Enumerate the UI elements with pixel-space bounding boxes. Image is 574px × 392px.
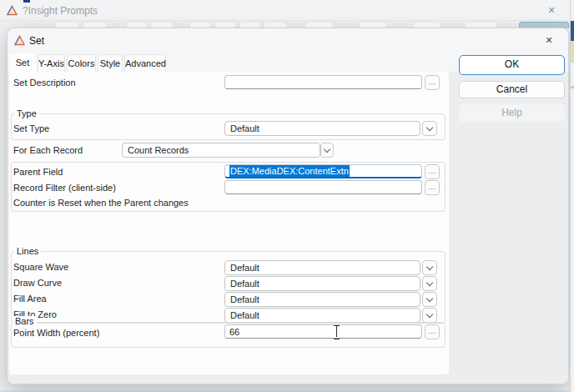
chevron-down-icon [426, 123, 433, 130]
fill-area-dropdown-button[interactable] [422, 292, 437, 307]
lines-group-legend: Lines [14, 246, 41, 256]
for-each-record-combo[interactable]: Count Records [122, 143, 320, 158]
dialog-icon [14, 35, 25, 46]
dialog-titlebar[interactable]: Set ✕ [8, 28, 568, 53]
right-edge-window-strip [570, 0, 574, 392]
dialog-title: Set [29, 35, 44, 47]
app-icon [7, 5, 18, 16]
draw-curve-combo[interactable]: Default [224, 276, 420, 291]
set-type-dropdown-button[interactable] [422, 121, 437, 136]
draw-curve-label: Draw Curve [13, 278, 62, 288]
square-wave-label: Square Wave [13, 262, 68, 272]
chevron-down-icon [426, 294, 433, 301]
record-filter-label: Record Filter (client-side) [13, 183, 116, 193]
dialog-close-icon[interactable]: ✕ [538, 32, 560, 48]
text-cursor-icon [333, 325, 340, 338]
counter-reset-note: Counter is Reset when the Parent changes [13, 198, 189, 208]
type-group-legend: Type [14, 108, 39, 118]
set-type-label: Set Type [13, 123, 49, 133]
chevron-down-icon [426, 263, 433, 269]
fill-to-zero-combo[interactable]: Default [224, 308, 420, 323]
edge-blue-segment [571, 21, 574, 41]
help-button[interactable]: Help [459, 104, 565, 122]
tab-colors[interactable]: Colors [67, 54, 96, 72]
set-description-input[interactable] [224, 75, 422, 89]
set-type-combo[interactable]: Default [224, 121, 420, 136]
point-width-more-button[interactable]: … [425, 324, 440, 339]
set-dialog: Set ✕ Set Y-Axis Colors Style Advanced S… [7, 28, 569, 384]
for-each-record-label: For Each Record [13, 145, 83, 155]
fill-area-label: Fill Area [13, 294, 47, 304]
bars-group-legend: Bars [13, 316, 37, 326]
square-wave-combo[interactable]: Default [224, 260, 420, 275]
record-filter-more-button[interactable]: … [425, 180, 440, 195]
tab-advanced[interactable]: Advanced [124, 54, 166, 72]
parent-field-more-button[interactable]: … [425, 164, 440, 179]
edge-tan-segment [571, 41, 574, 63]
parent-field-input[interactable]: DEX:MediaDEX:ContentExtn [224, 164, 422, 178]
tab-content-panel: Set Description … Type Set Type Default … [9, 72, 449, 374]
fill-to-zero-dropdown-button[interactable] [422, 308, 437, 323]
background-window-titlebar[interactable]: ?Insight Prompts ✕ [0, 0, 574, 21]
screen: ?Insight Prompts ✕ [0, 0, 574, 392]
chevron-down-icon [426, 310, 433, 317]
background-window-title: ?Insight Prompts [23, 5, 98, 17]
tab-set[interactable]: Set [9, 53, 36, 72]
selected-text: DEX:MediaDEX:ContentExtn [229, 165, 350, 177]
set-description-more-button[interactable]: … [425, 75, 440, 90]
ok-button[interactable]: OK [459, 55, 565, 75]
set-description-label: Set Description [13, 78, 76, 88]
point-width-input[interactable] [224, 324, 422, 339]
point-width-label: Point Width (percent) [13, 328, 99, 338]
square-wave-dropdown-button[interactable] [422, 260, 437, 275]
for-each-record-dropdown-button[interactable] [320, 143, 334, 158]
edge-dash [571, 86, 574, 88]
draw-curve-dropdown-button[interactable] [422, 276, 437, 291]
top-accent-mark [23, 0, 30, 3]
chevron-down-icon [324, 145, 330, 152]
background-close-icon[interactable]: ✕ [541, 3, 562, 18]
fill-area-combo[interactable]: Default [224, 292, 420, 307]
record-filter-input[interactable] [224, 180, 422, 194]
parent-field-label: Parent Field [13, 167, 63, 177]
cancel-button[interactable]: Cancel [459, 81, 565, 98]
tab-style[interactable]: Style [98, 54, 123, 72]
tab-y-axis[interactable]: Y-Axis [38, 54, 65, 72]
chevron-down-icon [426, 279, 433, 285]
